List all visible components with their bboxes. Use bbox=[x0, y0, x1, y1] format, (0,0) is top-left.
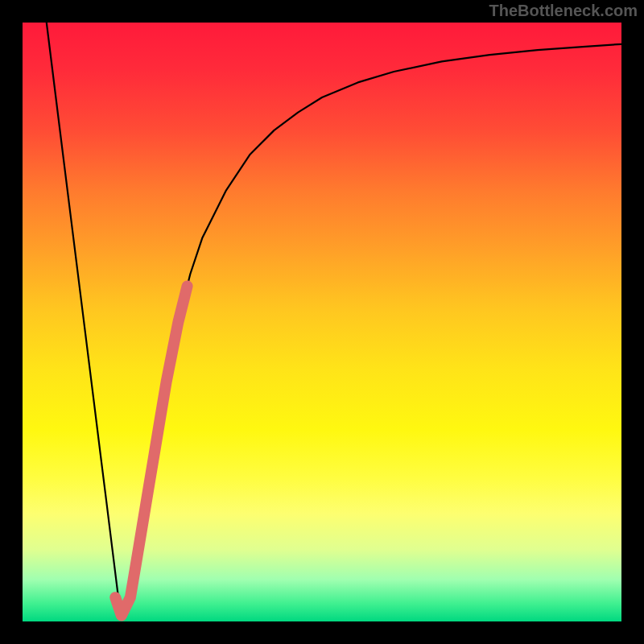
chart-svg bbox=[23, 23, 621, 621]
attribution-label: TheBottleneck.com bbox=[489, 2, 638, 20]
bottleneck-curve bbox=[47, 23, 621, 616]
highlight-segment bbox=[115, 286, 187, 615]
